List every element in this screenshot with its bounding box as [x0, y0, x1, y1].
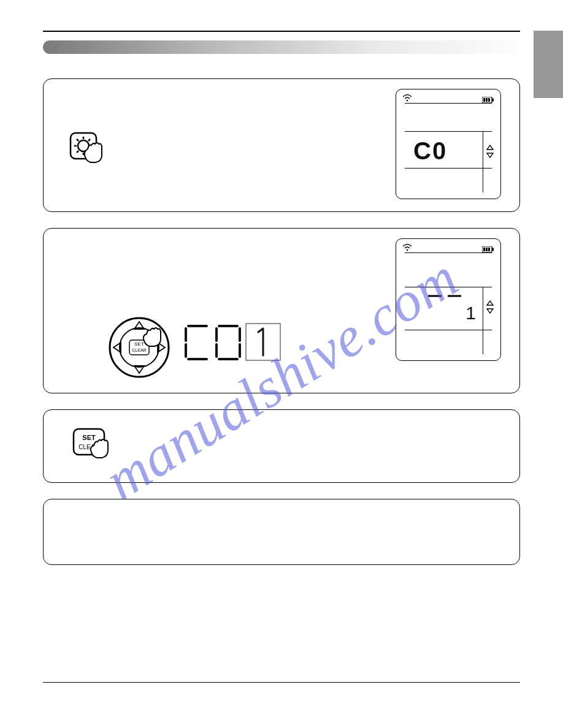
- lcd-segment-small: 1: [465, 303, 477, 324]
- step-box-2: SET CLEAR: [43, 228, 520, 393]
- page-footer-rule: [43, 682, 520, 683]
- svg-line-7: [77, 151, 79, 153]
- battery-icon: [482, 244, 494, 255]
- svg-rect-12: [483, 98, 485, 102]
- dpad-clear-label: CLEAR: [132, 348, 146, 352]
- set-label: SET: [82, 434, 96, 441]
- dpad-set-label: SET: [134, 341, 144, 347]
- svg-rect-14: [488, 98, 490, 102]
- svg-rect-23: [488, 248, 490, 251]
- svg-line-8: [88, 139, 90, 141]
- lcd-segment-main: C0: [413, 137, 447, 165]
- svg-rect-11: [492, 99, 494, 102]
- section-header-bar: [43, 40, 520, 54]
- svg-line-5: [77, 139, 79, 141]
- page-side-tab: [534, 31, 563, 98]
- svg-rect-22: [486, 248, 488, 251]
- step-box-1: C0: [43, 78, 520, 212]
- settings-button-illustration: [68, 131, 105, 167]
- up-down-arrow-icon: [486, 145, 494, 161]
- hand-pointer-icon: [144, 328, 161, 346]
- hand-pointer-icon: [85, 143, 102, 162]
- step-box-4: [43, 499, 520, 565]
- up-down-arrow-icon: [486, 300, 494, 316]
- remote-display-step1: C0: [396, 89, 501, 199]
- battery-icon: [482, 94, 494, 105]
- svg-rect-20: [492, 248, 494, 251]
- dpad-illustration: SET CLEAR: [109, 317, 170, 378]
- svg-point-18: [407, 249, 408, 251]
- svg-rect-13: [486, 98, 488, 102]
- remote-display-step2: 1: [396, 238, 501, 361]
- svg-rect-21: [483, 248, 485, 251]
- inline-segment-display: [185, 322, 283, 370]
- lcd-dashes-icon: [427, 290, 464, 301]
- svg-point-9: [407, 100, 408, 102]
- step-box-3: SET CLEAR: [43, 409, 520, 483]
- page-top-rule: [43, 31, 520, 32]
- set-clear-button-illustration: SET CLEAR: [72, 427, 113, 463]
